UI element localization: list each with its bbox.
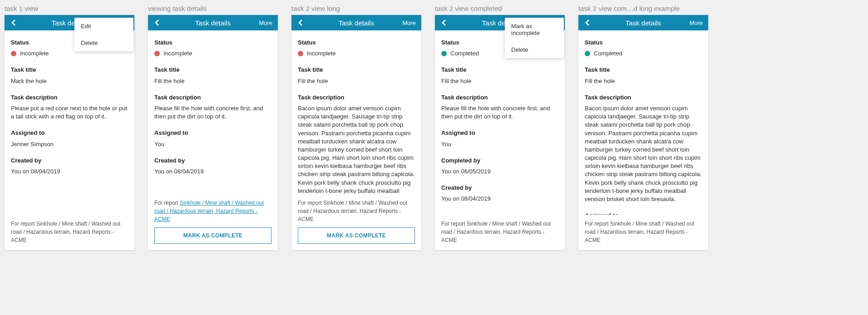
footer-area: For report Sinkhole / Mine shaft / Washe… (5, 215, 134, 250)
task-title-label: Task title (154, 66, 271, 74)
footer-area: For report Sinkhole / Mine shaft / Washe… (291, 194, 421, 250)
artboard-title: task 2 view com…d long example (578, 5, 708, 12)
task-title-label: Task title (441, 66, 558, 74)
back-button[interactable] (439, 18, 449, 27)
artboard-title: viewing task details (148, 5, 278, 12)
task-title-value: Fill the hole (154, 77, 271, 85)
mark-complete-button[interactable]: MARK AS COMPLETE (298, 227, 415, 244)
assigned-to-label: Assigned to (154, 129, 271, 137)
report-prefix: For report (298, 200, 323, 206)
back-button[interactable] (9, 18, 18, 27)
assigned-to-label: Assigned to (585, 212, 702, 215)
menu-item-delete[interactable]: Delete (74, 34, 133, 51)
task-description-label: Task description (441, 94, 558, 102)
task-description-label: Task description (298, 94, 415, 102)
assigned-to-value: You (154, 140, 271, 148)
task-description-label: Task description (585, 94, 702, 102)
overflow-menu: Edit Delete (74, 18, 133, 51)
phone-frame: Task details Mark as incomplete Delete S… (435, 15, 565, 250)
created-by-label: Created by (441, 184, 558, 192)
footer-area: For report Sinkhole / Mine shaft / Washe… (578, 215, 708, 250)
report-prefix: For report (11, 221, 36, 227)
more-button[interactable]: More (258, 18, 273, 28)
report-prefix: For report (154, 200, 180, 206)
more-button[interactable]: More (401, 18, 417, 28)
status-label: Status (154, 39, 271, 47)
created-by-value: You on 08/04/2019 (441, 195, 558, 203)
content-area: Status Incomplete Task title Mark the ho… (5, 30, 134, 215)
status-indicator-icon (441, 51, 447, 56)
task-description-value: Bacon ipsum dolor amet venison cupim cap… (585, 104, 702, 203)
content-area: Status Incomplete Task title Fill the ho… (291, 30, 421, 194)
task-description-value: Bacon ipsum dolor amet venison cupim cap… (298, 104, 415, 194)
phone-frame: Task details More Status Incomplete Task… (148, 15, 278, 250)
task-description-value: Please put a red cone next to the hole o… (11, 104, 128, 121)
menu-item-mark-incomplete[interactable]: Mark as incomplete (505, 18, 564, 41)
task-description-label: Task description (11, 94, 128, 102)
created-by-value: You on 08/04/2019 (11, 167, 128, 176)
chevron-left-icon (442, 19, 446, 26)
status-indicator-icon (585, 51, 590, 56)
created-by-label: Created by (11, 157, 128, 165)
phone-frame: Task details Edit Delete Status Incomple… (5, 15, 134, 250)
artboard-title: task 1 view (5, 5, 134, 12)
app-header: Task details More (578, 15, 708, 30)
assigned-to-label: Assigned to (441, 129, 558, 137)
app-header: Task details More (148, 15, 278, 30)
content-area: Status Incomplete Task title Fill the ho… (148, 30, 278, 194)
task-description-value: Please fill the hole with concrete first… (441, 104, 558, 121)
status-indicator-icon (298, 51, 303, 56)
status-indicator-icon (154, 51, 160, 56)
status-label: Status (585, 39, 702, 47)
more-button[interactable]: More (688, 18, 704, 28)
back-button[interactable] (583, 18, 592, 27)
status-value: Incomplete (163, 49, 192, 58)
artboard-title: task 2 view completed (435, 5, 565, 12)
phone-frame: Task details More Status Completed Task … (578, 15, 708, 250)
task-title-label: Task title (298, 66, 415, 74)
chevron-left-icon (155, 19, 159, 26)
chevron-left-icon (11, 19, 16, 26)
task-title-value: Fill the hole (298, 77, 415, 85)
task-description-label: Task description (154, 94, 271, 102)
chevron-left-icon (298, 19, 303, 26)
status-value: Incomplete (307, 49, 336, 58)
task-description-value: Please fill the hole with concrete first… (154, 104, 271, 121)
task-title-value: Mark the hole (11, 77, 128, 85)
footer-area: For report Sinkhole / Mine shaft / Washe… (435, 215, 565, 250)
status-value: Completed (450, 49, 479, 58)
status-value: Incomplete (20, 49, 49, 58)
chevron-left-icon (585, 19, 590, 26)
task-title-value: Fill the hole (441, 77, 558, 85)
task-title-label: Task title (585, 66, 702, 74)
task-title-label: Task title (11, 66, 128, 74)
created-by-value: You on 08/04/2019 (154, 167, 271, 176)
menu-item-delete[interactable]: Delete (505, 41, 564, 58)
status-indicator-icon (11, 51, 16, 56)
assigned-to-label: Assigned to (11, 129, 128, 137)
phone-frame: Task details More Status Incomplete Task… (291, 15, 421, 250)
content-area: Status Completed Task title Fill the hol… (578, 30, 708, 215)
report-prefix: For report (441, 221, 467, 227)
task-title-value: Fill the hole (585, 77, 702, 85)
menu-item-edit[interactable]: Edit (74, 18, 133, 34)
status-label: Status (298, 39, 415, 47)
status-value: Completed (594, 49, 622, 58)
overflow-menu: Mark as incomplete Delete (505, 18, 564, 58)
app-header: Task details More (291, 15, 421, 30)
created-by-label: Created by (154, 157, 271, 165)
report-prefix: For report (585, 221, 610, 227)
assigned-to-value: You (441, 140, 558, 148)
artboard-title: task 2 view long (291, 5, 421, 12)
assigned-to-value: Jenner Simpson (11, 140, 128, 148)
back-button[interactable] (153, 18, 162, 27)
mark-complete-button[interactable]: MARK AS COMPLETE (154, 227, 271, 244)
completed-by-value: You on 06/05/2019 (441, 167, 558, 176)
back-button[interactable] (296, 18, 305, 27)
completed-by-label: Completed by (441, 157, 558, 165)
footer-area: For report Sinkhole / Mine shaft / Washe… (148, 194, 278, 250)
